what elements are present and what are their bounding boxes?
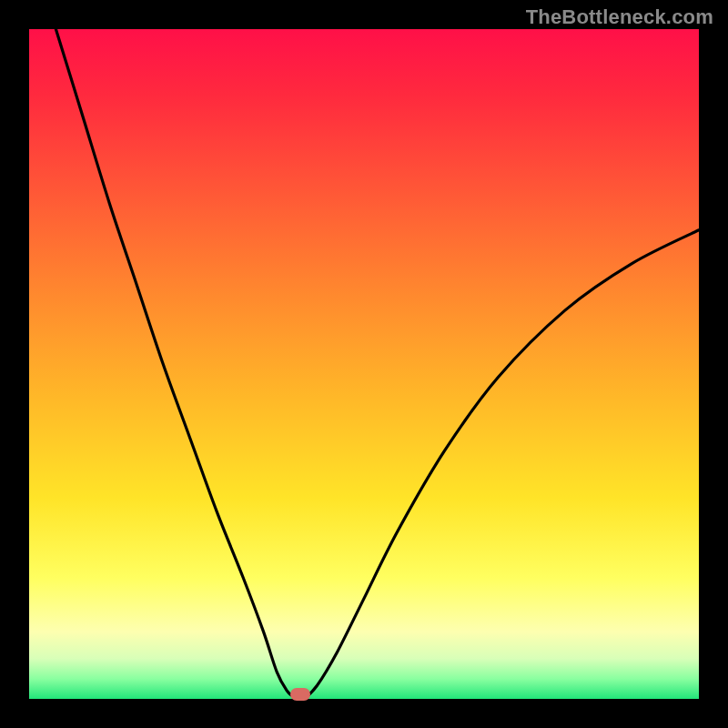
watermark-text: TheBottleneck.com xyxy=(526,5,713,29)
chart-plot-area xyxy=(29,29,699,699)
bottleneck-curve xyxy=(56,29,699,699)
minimum-marker xyxy=(290,688,310,701)
chart-curve-svg xyxy=(29,29,699,699)
chart-frame: TheBottleneck.com xyxy=(0,0,728,728)
